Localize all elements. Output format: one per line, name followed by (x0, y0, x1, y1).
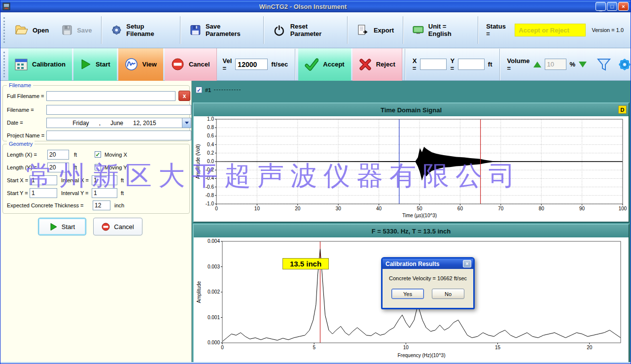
play-icon (49, 223, 58, 231)
accept-button[interactable]: Accept (298, 48, 351, 81)
svg-text:15: 15 (495, 345, 501, 350)
filename-group: Filename Full Filename = x Filename = Da… (2, 85, 190, 141)
interval-x-unit: ft (121, 175, 124, 186)
filter-icon[interactable] (596, 58, 611, 71)
moving-y-checkbox[interactable] (95, 164, 101, 170)
interval-x-input[interactable] (92, 175, 117, 185)
start-y-label: Start Y = (7, 188, 28, 199)
volume-unit: % (570, 61, 576, 68)
reset-parameter-label: Reset Parameter (290, 23, 338, 37)
full-filename-label: Full Filename = (7, 91, 44, 101)
time-chart-title: Time Domain Signal (381, 106, 442, 114)
close-button[interactable]: × (618, 2, 629, 11)
no-entry-icon (171, 58, 184, 71)
no-button[interactable]: No (432, 289, 464, 299)
svg-text:20: 20 (587, 345, 593, 350)
start-y-input[interactable] (30, 188, 57, 198)
volume-up-icon[interactable] (533, 62, 541, 67)
action-toolbar: Calibration Start View Cancel Vel = (0, 48, 631, 81)
filename-input[interactable] (46, 105, 191, 115)
clear-filename-button[interactable]: x (178, 91, 190, 101)
velocity-input[interactable] (235, 59, 268, 70)
export-label: Export (374, 27, 394, 34)
svg-text:0.2: 0.2 (207, 150, 214, 156)
setup-filename-button[interactable]: Setup Filename (105, 15, 177, 45)
check-icon (305, 58, 318, 71)
reset-parameter-button[interactable]: Reset Parameter (268, 15, 344, 45)
freq-chart-title: F = 5330. Hz, T = 13.5 inch (372, 228, 451, 235)
thickness-input[interactable] (93, 200, 110, 210)
toolbar-tail-icons (593, 57, 631, 72)
toolbar-separator (478, 16, 479, 44)
dropdown-arrow-button[interactable] (182, 118, 191, 128)
start-scan-button[interactable]: Start (38, 218, 86, 235)
accept-label: Accept (323, 61, 344, 68)
gear-icon (111, 24, 122, 36)
svg-text:Time (µs)(10^3): Time (µs)(10^3) (402, 213, 437, 218)
svg-text:-0.8: -0.8 (206, 193, 214, 198)
window-title: WinCTG2 - Olson Instrument (10, 3, 596, 10)
open-folder-icon (15, 25, 28, 35)
cancel-acquisition-button[interactable]: Cancel (165, 48, 217, 81)
start-scan-label: Start (62, 223, 75, 231)
moving-x-checkbox[interactable]: ✓ (95, 151, 101, 158)
unit-label: Unit = English (428, 23, 469, 37)
svg-text:5: 5 (313, 345, 316, 350)
view-button[interactable]: View (118, 48, 163, 81)
calibration-button[interactable]: Calibration (8, 48, 72, 81)
interval-y-input[interactable] (92, 188, 117, 198)
dialog-close-button[interactable]: × (463, 260, 471, 267)
volume-down-icon[interactable] (579, 62, 587, 67)
time-domain-chart: Time Domain Signal D 0102030405060708090… (193, 102, 630, 223)
trace-checkbox[interactable]: ✓ (196, 87, 202, 93)
status-value: Accept or Reject (515, 24, 586, 36)
version-label: Version = 1.0 (592, 27, 629, 33)
settings-gear-icon[interactable] (617, 57, 631, 72)
position-group: X = Y = ft (408, 57, 497, 72)
titlebar: WinCTG2 - Olson Instrument _ □ × (0, 0, 631, 12)
svg-text:0: 0 (221, 345, 224, 350)
minimize-button[interactable]: _ (596, 2, 606, 11)
filename-label: Filename = (7, 104, 34, 115)
reject-button[interactable]: Reject (352, 48, 402, 81)
svg-text:0.001: 0.001 (208, 315, 220, 320)
date-picker[interactable]: Friday , June 12, 2015 (46, 118, 191, 128)
clear-x-icon: x (183, 93, 186, 99)
xy-unit: ft (488, 61, 492, 68)
start-acquisition-button[interactable]: Start (73, 48, 117, 81)
project-name-input[interactable] (46, 131, 191, 140)
unit-toggle-button[interactable]: Unit = English (407, 15, 474, 45)
export-button[interactable]: Export (351, 15, 399, 45)
freq-chart-header: F = 5330. Hz, T = 13.5 inch (194, 225, 629, 237)
app-window: WinCTG2 - Olson Instrument _ □ × Open Sa… (0, 0, 631, 364)
start-x-input[interactable] (30, 175, 57, 185)
save-button[interactable]: Save (56, 15, 97, 45)
x-input[interactable] (420, 59, 447, 70)
save-parameters-disk-icon (190, 24, 201, 36)
length-x-input[interactable] (47, 150, 69, 160)
dialog-message: Concrete Velocity = 10662 ft/sec (383, 275, 473, 281)
open-button[interactable]: Open (9, 15, 54, 45)
full-filename-input[interactable] (46, 91, 175, 101)
thickness-unit: inch (114, 200, 124, 211)
minimize-icon: _ (599, 5, 602, 11)
y-input[interactable] (458, 59, 485, 70)
volume-label: Volume = (507, 57, 530, 72)
interval-y-label: Interval Y = (61, 188, 89, 199)
status-group: Status = Accept or Reject (482, 23, 590, 37)
cancel-scan-button[interactable]: Cancel (93, 218, 142, 235)
yes-button[interactable]: Yes (391, 289, 424, 299)
length-y-input[interactable] (47, 163, 69, 172)
length-y-label: Length (Y) = (7, 162, 37, 173)
volume-input[interactable] (545, 59, 566, 70)
x-icon (359, 58, 372, 71)
maximize-button[interactable]: □ (607, 2, 617, 11)
moving-x-label: Moving X (105, 149, 127, 160)
d-button[interactable]: D (618, 105, 627, 114)
svg-text:40: 40 (376, 206, 382, 211)
dialog-titlebar[interactable]: Calibration Results × (383, 259, 473, 269)
svg-text:30: 30 (336, 206, 342, 211)
trace-toggle[interactable]: ✓ #1 (196, 87, 241, 93)
save-parameters-button[interactable]: Save Parameters (184, 15, 260, 45)
checkmark-icon: ✓ (197, 88, 201, 93)
